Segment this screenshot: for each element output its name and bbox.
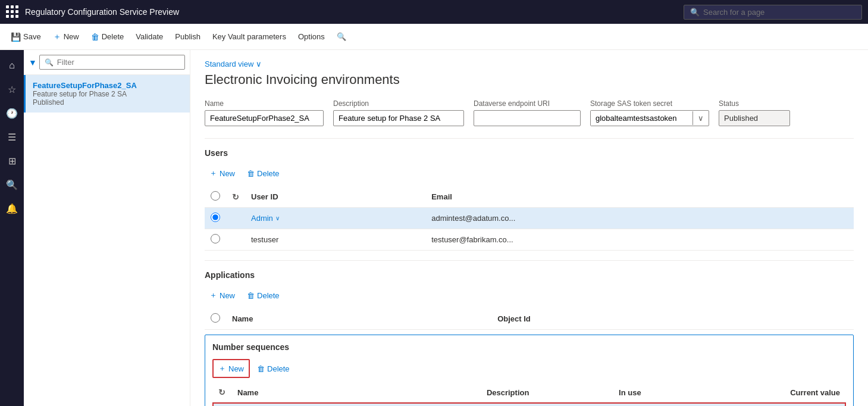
number-sequences-section: Number sequences ＋ New 🗑 Delete ↻ Name D… — [205, 335, 854, 406]
search-cmd-icon: 🔍 — [337, 32, 346, 41]
dataverse-label: Dataverse endpoint URI — [474, 99, 581, 108]
users-delete-button[interactable]: 🗑 Delete — [242, 166, 284, 181]
save-icon: 💾 — [11, 32, 21, 42]
users-new-icon: ＋ — [209, 168, 217, 179]
users-row-radio-1[interactable] — [211, 234, 220, 243]
user-email-1: testuser@fabrikam.co... — [425, 229, 854, 251]
command-bar: 💾 Save ＋ New 🗑 Delete Validate Publish K… — [0, 24, 868, 50]
top-search-input[interactable] — [703, 8, 852, 17]
numseq-delete-button[interactable]: 🗑 Delete — [252, 361, 294, 376]
numseq-row-inuse-0[interactable] — [613, 402, 696, 407]
users-row-radio-0[interactable] — [211, 213, 220, 222]
status-value: Published — [719, 110, 790, 126]
users-table-row[interactable]: Admin ∨ admintest@adatum.co... — [205, 208, 854, 229]
numseq-col-inuse: In use — [613, 383, 696, 402]
numseq-row-name-0: Contoso invoice sequence — [231, 402, 481, 407]
storage-dropdown-arrow[interactable]: ∨ — [692, 111, 709, 125]
storage-select-wrapper[interactable]: globalteamtestsastoken ∨ — [590, 110, 709, 126]
sidebar-icon-favorites[interactable]: ☆ — [1, 79, 23, 100]
numseq-table-row[interactable]: Contoso invoice sequence 0 — [212, 402, 846, 407]
publish-button[interactable]: Publish — [170, 29, 205, 45]
storage-select[interactable]: globalteamtestsastoken — [591, 111, 692, 126]
numseq-row-desc-0 — [481, 402, 613, 407]
sidebar-icon-search[interactable]: 🔍 — [1, 174, 23, 195]
dataverse-field-group: Dataverse endpoint URI — [474, 99, 581, 126]
app-grid-icon[interactable] — [6, 5, 19, 18]
new-icon: ＋ — [53, 32, 61, 42]
user-id-1: testuser — [245, 229, 425, 251]
users-col-email: Email — [425, 186, 854, 208]
main-layout: ⌂ ☆ 🕐 ☰ ⊞ 🔍 🔔 ▼ 🔍 FeatureSetupForPhase2_… — [0, 50, 868, 406]
users-table: ↻ User ID Email Admin ∨ admintest@adatum — [205, 186, 854, 251]
content-area: Standard view ∨ Electronic Invoicing env… — [190, 50, 868, 406]
description-field-group: Description — [333, 99, 464, 126]
list-item-status: Published — [33, 98, 183, 107]
sidebar-icon-workspaces[interactable]: ⊞ — [1, 150, 23, 171]
numseq-refresh-icon[interactable]: ↻ — [218, 388, 225, 397]
users-refresh-icon[interactable]: ↻ — [232, 192, 239, 202]
number-sequences-title: Number sequences — [212, 342, 846, 352]
filter-search-icon: 🔍 — [45, 58, 54, 67]
numseq-new-button[interactable]: ＋ New — [212, 359, 250, 378]
top-search-box[interactable]: 🔍 — [684, 5, 862, 20]
sidebar-icon-modules[interactable]: ☰ — [1, 126, 23, 148]
standard-view-button[interactable]: Standard view ∨ — [205, 60, 854, 68]
status-field-group: Status Published — [719, 99, 790, 126]
apps-col-name: Name — [226, 308, 491, 330]
app-title: Regulatory Configuration Service Preview — [25, 7, 678, 17]
list-panel: ▼ 🔍 FeatureSetupForPhase2_SA Feature set… — [24, 50, 190, 406]
new-button[interactable]: ＋ New — [48, 28, 84, 46]
numseq-col-description: Description — [481, 383, 613, 402]
key-vault-button[interactable]: Key Vault parameters — [208, 29, 291, 45]
list-item-subtitle: Feature setup for Phase 2 SA — [33, 90, 183, 98]
sidebar-icon-home[interactable]: ⌂ — [1, 55, 23, 76]
list-item[interactable]: FeatureSetupForPhase2_SA Feature setup f… — [24, 75, 190, 113]
numseq-row-value-0: 0 — [696, 402, 846, 407]
users-select-all-radio[interactable] — [211, 191, 220, 201]
storage-field-group: Storage SAS token secret globalteamtests… — [590, 99, 709, 126]
users-section-title: Users — [205, 148, 854, 158]
storage-label: Storage SAS token secret — [590, 99, 709, 108]
name-label: Name — [205, 99, 324, 108]
sidebar-icons: ⌂ ☆ 🕐 ☰ ⊞ 🔍 🔔 — [0, 50, 24, 406]
list-item-title: FeatureSetupForPhase2_SA — [33, 81, 183, 90]
name-field-group: Name — [205, 99, 324, 126]
user-id-link-0[interactable]: Admin ∨ — [251, 214, 419, 223]
description-label: Description — [333, 99, 464, 108]
users-table-row[interactable]: testuser testuser@fabrikam.co... — [205, 229, 854, 251]
search-cmd-button[interactable]: 🔍 — [332, 29, 351, 45]
numseq-toolbar: ＋ New 🗑 Delete — [212, 359, 846, 378]
name-input[interactable] — [205, 110, 324, 126]
chevron-down-icon: ∨ — [256, 60, 262, 68]
list-panel-filter-bar: ▼ 🔍 — [24, 50, 190, 75]
filter-icon[interactable]: ▼ — [29, 58, 37, 67]
validate-button[interactable]: Validate — [131, 29, 168, 45]
delete-icon: 🗑 — [91, 32, 99, 42]
applications-new-button[interactable]: ＋ New — [205, 287, 240, 304]
status-label: Status — [719, 99, 790, 108]
users-new-button[interactable]: ＋ New — [205, 165, 240, 182]
description-input[interactable] — [333, 110, 464, 126]
page-title: Electronic Invoicing environments — [205, 72, 854, 88]
applications-section-title: Applications — [205, 270, 854, 280]
search-icon: 🔍 — [690, 8, 700, 17]
delete-button[interactable]: 🗑 Delete — [86, 29, 129, 45]
users-toolbar: ＋ New 🗑 Delete — [205, 165, 854, 182]
user-email-0: admintest@adatum.co... — [425, 208, 854, 229]
sidebar-icon-recent[interactable]: 🕐 — [1, 102, 23, 124]
applications-toolbar: ＋ New 🗑 Delete — [205, 287, 854, 304]
divider-applications — [205, 260, 854, 261]
dataverse-input[interactable] — [474, 110, 581, 126]
applications-table: Name Object Id — [205, 308, 854, 330]
users-delete-icon: 🗑 — [247, 169, 255, 178]
filter-input-wrapper[interactable]: 🔍 — [39, 55, 185, 70]
applications-delete-button[interactable]: 🗑 Delete — [242, 288, 284, 303]
options-button[interactable]: Options — [293, 29, 330, 45]
numseq-delete-icon: 🗑 — [257, 364, 265, 373]
users-col-userid: User ID — [245, 186, 425, 208]
save-button[interactable]: 💾 Save — [6, 29, 46, 45]
form-row: Name Description Dataverse endpoint URI … — [205, 99, 854, 126]
apps-select-all-radio[interactable] — [211, 313, 220, 323]
filter-input[interactable] — [57, 58, 180, 67]
sidebar-icon-notifications[interactable]: 🔔 — [1, 198, 23, 219]
